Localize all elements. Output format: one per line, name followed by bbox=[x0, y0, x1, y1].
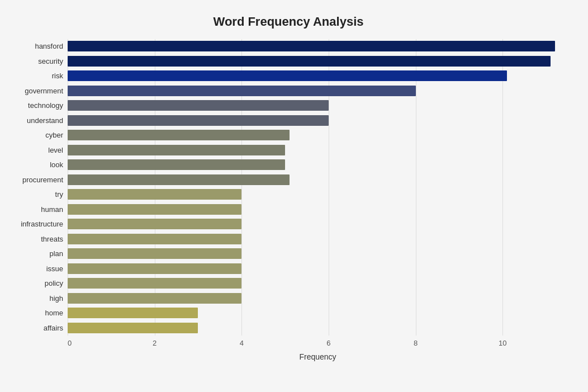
bar-label: try bbox=[9, 190, 68, 199]
bar-label: level bbox=[9, 146, 68, 154]
bar-track bbox=[68, 248, 568, 259]
bar-row: understand bbox=[9, 113, 568, 128]
bar-label: hansford bbox=[9, 42, 68, 50]
bar-track bbox=[68, 56, 568, 67]
x-tick: 6 bbox=[326, 339, 330, 347]
bar-label: threats bbox=[9, 235, 68, 243]
x-tick: 2 bbox=[153, 339, 157, 347]
bar-track bbox=[68, 278, 568, 289]
bar-row: infrastructure bbox=[9, 217, 568, 232]
bar-track bbox=[68, 234, 568, 244]
bar-row: technology bbox=[9, 98, 568, 114]
bar-label: human bbox=[9, 205, 68, 214]
x-axis: 0246810 bbox=[68, 339, 568, 350]
x-axis-label: Frequency bbox=[68, 352, 568, 361]
bar-fill bbox=[68, 234, 241, 244]
bar-fill bbox=[68, 115, 329, 126]
bar-row: cyber bbox=[9, 128, 568, 143]
bar-row: government bbox=[9, 83, 568, 98]
bar-fill bbox=[68, 323, 198, 333]
bar-row: high bbox=[9, 291, 568, 306]
chart-title: Word Frequency Analysis bbox=[9, 15, 568, 29]
bar-track bbox=[68, 174, 568, 185]
bar-track bbox=[68, 219, 568, 229]
bar-row: try bbox=[9, 187, 568, 202]
bar-fill bbox=[68, 293, 241, 304]
bar-fill bbox=[68, 41, 555, 51]
bar-label: cyber bbox=[9, 131, 68, 139]
bar-label: understand bbox=[9, 116, 68, 125]
bar-fill bbox=[68, 174, 290, 185]
bar-label: security bbox=[9, 57, 68, 65]
bar-label: technology bbox=[9, 101, 68, 110]
bar-fill bbox=[68, 56, 551, 67]
bar-row: plan bbox=[9, 247, 568, 262]
x-tick: 10 bbox=[499, 339, 506, 347]
x-tick: 8 bbox=[414, 339, 418, 347]
bar-track bbox=[68, 145, 568, 155]
bar-fill bbox=[68, 86, 416, 96]
bar-row: procurement bbox=[9, 172, 568, 187]
bar-fill bbox=[68, 159, 285, 170]
bar-track bbox=[68, 86, 568, 96]
bar-label: infrastructure bbox=[9, 220, 68, 228]
bar-track bbox=[68, 41, 568, 51]
bar-fill bbox=[68, 308, 198, 318]
bar-row: human bbox=[9, 202, 568, 217]
x-tick: 4 bbox=[240, 339, 244, 347]
bar-track bbox=[68, 323, 568, 333]
bar-track bbox=[68, 100, 568, 111]
bar-row: security bbox=[9, 54, 568, 69]
bar-track bbox=[68, 159, 568, 170]
bar-row: look bbox=[9, 158, 568, 173]
bar-label: procurement bbox=[9, 176, 68, 184]
bar-label: government bbox=[9, 87, 68, 95]
bar-fill bbox=[68, 70, 507, 81]
bar-label: look bbox=[9, 160, 68, 169]
x-tick: 0 bbox=[68, 339, 72, 347]
bar-row: home bbox=[9, 306, 568, 321]
bar-label: home bbox=[9, 309, 68, 317]
bar-track bbox=[68, 115, 568, 126]
bar-fill bbox=[68, 189, 241, 200]
bar-track bbox=[68, 308, 568, 318]
bar-label: plan bbox=[9, 249, 68, 258]
bar-fill bbox=[68, 130, 290, 140]
bar-fill bbox=[68, 263, 241, 274]
bar-label: issue bbox=[9, 265, 68, 273]
bar-label: high bbox=[9, 294, 68, 303]
bar-fill bbox=[68, 100, 329, 111]
chart-area: hansfordsecurityriskgovernmenttechnology… bbox=[9, 39, 568, 336]
bar-track bbox=[68, 263, 568, 274]
bar-fill bbox=[68, 204, 241, 215]
bar-row: policy bbox=[9, 276, 568, 291]
bar-row: hansford bbox=[9, 39, 568, 54]
bar-fill bbox=[68, 219, 241, 229]
bar-fill bbox=[68, 145, 285, 155]
chart-container: Word Frequency Analysis hansfordsecurity… bbox=[3, 3, 585, 389]
bar-fill bbox=[68, 278, 241, 289]
bar-row: threats bbox=[9, 232, 568, 247]
bar-track bbox=[68, 70, 568, 81]
bar-label: policy bbox=[9, 279, 68, 287]
bar-row: level bbox=[9, 143, 568, 158]
bar-label: risk bbox=[9, 72, 68, 80]
bar-label: affairs bbox=[9, 324, 68, 332]
bar-track bbox=[68, 189, 568, 200]
bar-track bbox=[68, 204, 568, 215]
bar-row: issue bbox=[9, 261, 568, 276]
bar-track bbox=[68, 130, 568, 140]
bar-row: affairs bbox=[9, 320, 568, 336]
bar-fill bbox=[68, 248, 241, 259]
bar-row: risk bbox=[9, 69, 568, 84]
bar-track bbox=[68, 293, 568, 304]
